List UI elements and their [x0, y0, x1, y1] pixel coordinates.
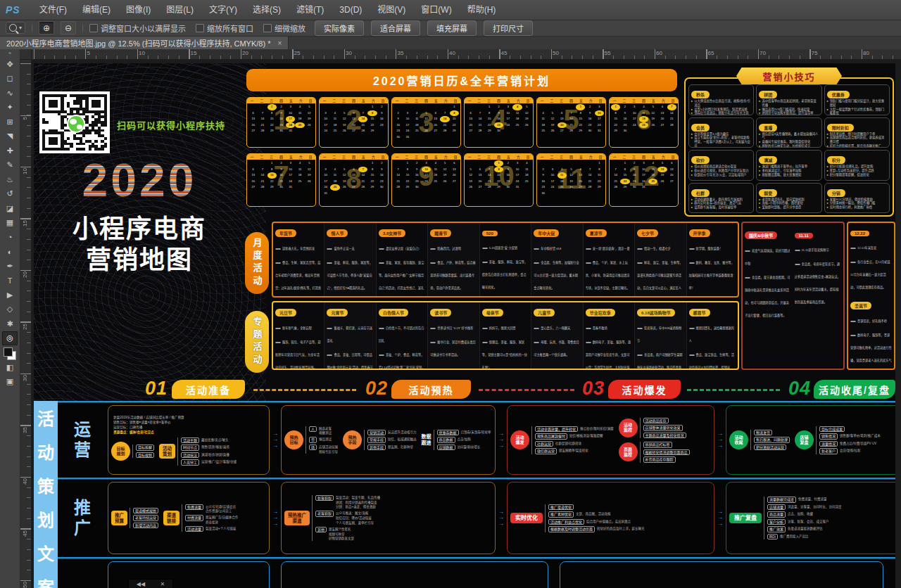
menu-6[interactable]: 滤镜(T): [289, 0, 332, 20]
zoom-tool-preset[interactable]: ▾: [6, 22, 25, 34]
eyedropper-tool[interactable]: ◥: [2, 129, 18, 144]
quick-select-tool[interactable]: ✦: [2, 101, 18, 115]
hand-tool[interactable]: ✱: [2, 317, 18, 331]
weekday: 三: [270, 155, 273, 159]
dodge-tool[interactable]: ◐: [2, 245, 18, 260]
option-button-2[interactable]: 填充屏幕: [427, 20, 477, 36]
tip-title: 直播: [759, 124, 777, 132]
shape-tool[interactable]: ◇: [2, 302, 18, 317]
date-cell: 24: [321, 184, 330, 191]
option-button-0[interactable]: 实际像素: [315, 20, 364, 36]
weekday: 日: [599, 155, 603, 159]
menu-9[interactable]: 窗口(W): [413, 0, 459, 20]
move-tool[interactable]: ✥: [2, 57, 18, 72]
menu-1[interactable]: 编辑(E): [75, 0, 118, 20]
date-cell: 28: [485, 184, 494, 191]
close-icon[interactable]: ×: [277, 39, 282, 47]
zoom-out-button[interactable]: ⊖: [61, 21, 76, 34]
checkbox-1[interactable]: 缩放所有窗口: [196, 23, 253, 34]
flow-arrows-icon: →→→: [270, 479, 280, 557]
menu-10[interactable]: 帮助(H): [460, 0, 504, 20]
healing-brush-tool[interactable]: ✚: [2, 143, 18, 158]
branch: 目标拆解: [136, 445, 154, 451]
option-button-3[interactable]: 打印尺寸: [484, 20, 533, 36]
zoom-tool[interactable]: ◎: [2, 331, 18, 346]
branches: 推广渠道优化推广素材优化文案、商品图、活动海报活动推广利益点优化结合用户价值痛点…: [545, 504, 645, 532]
menu-7[interactable]: 3D(D): [332, 0, 370, 20]
calendar-weekday-header: 一二三四五六日: [465, 154, 533, 160]
weekday: 二: [333, 155, 336, 159]
branch-subs: 裂变活动+个人号链接: [206, 526, 236, 531]
date-grid: 1234567891011121314151617181920212223242…: [248, 160, 314, 191]
eraser-tool[interactable]: ◪: [2, 201, 18, 216]
checkbox-box[interactable]: [89, 24, 98, 32]
option-button-1[interactable]: 适合屏幕: [371, 20, 420, 36]
poster-title-line2: 营销地图: [34, 239, 245, 276]
menu-4[interactable]: 文字(Y): [201, 0, 245, 20]
tip-card-6: 砍价▸低价高感知商品更适合砍价裂变▸砍价进度可视化，刺激用户分享好友助力▸砍到底…: [688, 150, 754, 181]
date-blank: [548, 104, 557, 110]
rewind-icon[interactable]: ◀◀: [137, 581, 145, 587]
blur-tool[interactable]: ◔: [2, 230, 18, 245]
branch-label: 目标规划: [136, 452, 154, 459]
clone-stamp-tool[interactable]: ♨: [2, 172, 18, 187]
weekday: 一: [613, 98, 617, 103]
document-tab[interactable]: 2020小程序电商营销地图.jpg @ 12.5% (扫码可以获得小程序扶持, …: [0, 36, 289, 49]
gradient-tool[interactable]: ▦: [2, 216, 18, 231]
checkbox-box[interactable]: [263, 24, 272, 32]
arrow: →: [272, 521, 278, 527]
collapse-panel-icon[interactable]: »: [8, 50, 11, 57]
checkbox-2[interactable]: 细微缩放: [263, 23, 305, 34]
vertical-ruler[interactable]: 5101520253035404550: [20, 59, 32, 588]
date-cell: 18: [639, 116, 648, 122]
canvas-area[interactable]: 扫码可以获得小程序扶持 2020 小程序电商 营销地图 2020营销日历&全年营…: [31, 59, 901, 588]
checkbox-box[interactable]: [196, 24, 204, 32]
tip-text: 奖励即时到账，提升分享意愿: [762, 205, 802, 210]
mindmap-group: 活动 收尾物流发货售后跟进、问题处理积分激励活动运营: [729, 430, 790, 451]
quick-mask-button[interactable]: ◧: [2, 360, 18, 375]
history-brush-tool[interactable]: ↺: [2, 187, 18, 202]
highlight-card-国庆&中秋节: 国庆&中秋节欢度气氛迎国庆，花好月圆过中秋全品类，双节黄金周假期，可围绕中秋送礼…: [745, 227, 792, 364]
label-text: 美妆、鲜花、服饰、家居等，可设情人节专场，单身人群“宠爱自己”，情侣打包TA精选…: [327, 261, 372, 290]
branch: 新增活动内容: [133, 523, 158, 529]
lasso-tool[interactable]: ∿: [2, 86, 18, 101]
marquee-tool[interactable]: ◻: [2, 72, 18, 87]
crop-tool[interactable]: ⊞: [2, 115, 18, 129]
horizontal-ruler[interactable]: 5101520253035404550556065707580: [31, 49, 901, 60]
menu-3[interactable]: 图层(L): [158, 0, 201, 20]
path-select-tool[interactable]: ▶: [2, 288, 18, 302]
calendar-month-12: 一二三四五六日121234567891011121314151617181920…: [609, 153, 679, 207]
menu-5[interactable]: 选择(S): [245, 0, 289, 20]
close-icon[interactable]: ✕: [160, 581, 165, 587]
date-cell: 7: [611, 167, 620, 173]
brush-tool[interactable]: ✎: [2, 158, 18, 173]
date-cell: 28: [440, 128, 449, 134]
date-cell: 8: [403, 167, 412, 173]
date-blank: [330, 160, 339, 167]
date-cell: 6: [349, 167, 358, 173]
pen-tool[interactable]: ✒: [2, 259, 18, 274]
branch-subs: 各渠道流量投放数据评估: [788, 526, 823, 531]
weekday: 四: [279, 155, 283, 159]
menu-2[interactable]: 图像(I): [118, 0, 158, 20]
menu-0[interactable]: 文件(F): [32, 0, 75, 20]
branch-label: 活动全面放量，提升转化: [535, 426, 578, 433]
checkbox-0[interactable]: 调整窗口大小以满屏显示: [89, 23, 186, 34]
date-cell: 23: [494, 122, 503, 129]
mini-scroll-controls[interactable]: ◀◀ ✕: [128, 579, 173, 588]
tip-line: ▸预告提前3天传播预热，蓄水增加直播间人气: [759, 132, 819, 141]
date-blank: [567, 104, 576, 110]
color-swatches[interactable]: [4, 347, 16, 360]
date-cell: 17: [503, 116, 512, 122]
date-blank: [248, 104, 258, 110]
zoom-in-button[interactable]: ⊕: [39, 21, 54, 34]
date-grid: 1234567891011121314151617181920212223242…: [466, 160, 531, 191]
activity-card-感恩节: 感恩节感恩回馈礼，送给最想感谢的人食品、珠宝饰品、生鲜等，活动页面可以加回馈标签…: [687, 302, 738, 369]
type-tool[interactable]: T: [2, 274, 18, 288]
menu-8[interactable]: 视图(V): [370, 0, 413, 20]
screen-mode-button[interactable]: ▣: [2, 375, 18, 390]
date-cell: 20: [450, 172, 459, 179]
branch-label: 场: [309, 445, 317, 451]
foreground-color-swatch[interactable]: [4, 347, 13, 357]
weekday: 四: [569, 98, 573, 103]
